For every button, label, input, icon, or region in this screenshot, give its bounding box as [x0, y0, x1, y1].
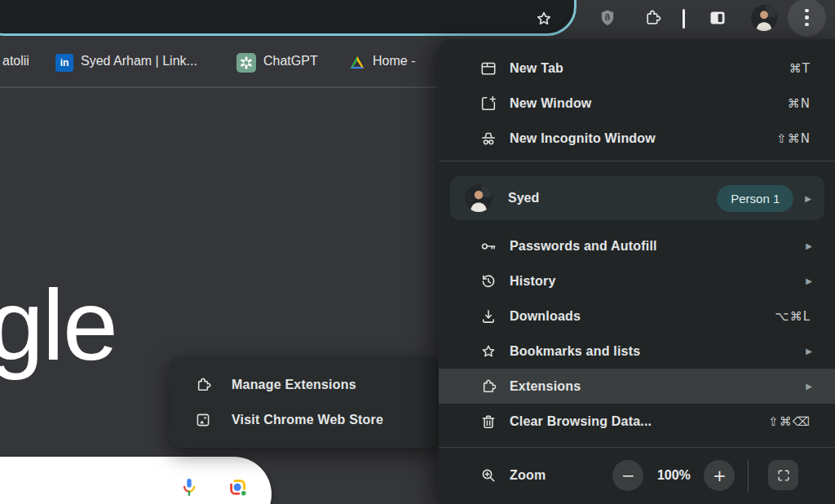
- browser-toolbar: [0, 0, 835, 38]
- menu-item-label: Extensions: [510, 379, 581, 394]
- menu-shortcut: ⇧⌘⌫: [768, 414, 811, 429]
- menu-item-label: Visit Chrome Web Store: [232, 413, 383, 427]
- menu-item-label: New Window: [510, 96, 592, 111]
- menu-shortcut: ⌘T: [789, 61, 811, 76]
- kebab-menu-button[interactable]: [788, 0, 826, 37]
- linkedin-favicon[interactable]: in: [55, 54, 73, 72]
- extensions-submenu: Manage Extensions Visit Chrome Web Store: [170, 356, 439, 448]
- download-icon: [479, 307, 497, 325]
- toolbar-divider: [683, 9, 685, 29]
- menu-item-zoom: Zoom − 100% +: [439, 458, 835, 493]
- bookmark-item[interactable]: Home -: [373, 54, 415, 69]
- profile-name: Syed: [508, 191, 539, 206]
- profile-row[interactable]: Syed Person 1 ▶: [450, 176, 824, 220]
- profile-badge: Person 1: [717, 185, 793, 212]
- menu-shortcut: ⌘N: [788, 96, 811, 111]
- bookmark-star-icon[interactable]: [534, 9, 554, 29]
- bookmark-item[interactable]: Syed Arham | Link...: [81, 54, 197, 69]
- submenu-arrow-icon: ▶: [806, 347, 812, 356]
- kebab-dot: [805, 23, 809, 27]
- puzzle-icon: [194, 376, 212, 394]
- menu-item-label: Passwords and Autofill: [510, 239, 657, 254]
- menu-item-label: Clear Browsing Data...: [510, 414, 652, 429]
- kebab-dot: [805, 15, 809, 20]
- kebab-dot: [805, 9, 809, 13]
- mic-icon[interactable]: [178, 476, 201, 499]
- submenu-arrow-icon: ▶: [806, 382, 812, 391]
- google-drive-favicon[interactable]: [347, 53, 367, 73]
- menu-item-manage-extensions[interactable]: Manage Extensions: [170, 367, 439, 402]
- menu-separator: [439, 447, 835, 448]
- menu-item-passwords-autofill[interactable]: Passwords and Autofill ▶: [439, 228, 835, 263]
- web-store-icon: [194, 411, 212, 429]
- history-icon: [479, 272, 497, 290]
- address-bar[interactable]: [0, 0, 577, 36]
- menu-item-label: Bookmarks and lists: [510, 344, 640, 359]
- menu-shortcut: ⌥⌘L: [775, 309, 811, 324]
- google-logo-fragment: gle: [0, 276, 117, 375]
- submenu-arrow-icon: ▶: [806, 241, 812, 250]
- menu-shortcut: ⇧⌘N: [776, 131, 811, 146]
- browser-window: atolii in Syed Arham | Link... ChatGPT: [0, 0, 835, 504]
- new-tab-icon: [479, 60, 497, 77]
- google-search-bar[interactable]: [0, 457, 272, 504]
- puzzle-icon: [479, 378, 497, 396]
- menu-item-history[interactable]: History ▶: [439, 263, 835, 298]
- fullscreen-icon: [775, 467, 792, 484]
- extensions-puzzle-icon[interactable]: [643, 8, 662, 28]
- chrome-main-menu: New Tab ⌘T New Window ⌘N New Incognito W…: [439, 39, 835, 504]
- menu-item-new-window[interactable]: New Window ⌘N: [439, 86, 835, 121]
- menu-item-label: Downloads: [510, 309, 581, 324]
- menu-item-downloads[interactable]: Downloads ⌥⌘L: [439, 298, 835, 334]
- menu-item-label: Manage Extensions: [232, 378, 356, 392]
- fullscreen-button[interactable]: [768, 460, 798, 490]
- zoom-in-icon: [479, 466, 497, 484]
- menu-item-new-incognito-window[interactable]: New Incognito Window ⇧⌘N: [439, 121, 835, 156]
- menu-item-new-tab[interactable]: New Tab ⌘T: [439, 51, 835, 86]
- star-icon: [479, 343, 497, 360]
- bookmark-item[interactable]: ChatGPT: [263, 54, 318, 69]
- zoom-level: 100%: [643, 468, 704, 483]
- menu-item-label: History: [510, 274, 556, 289]
- incognito-icon: [479, 130, 497, 148]
- trash-icon: [479, 413, 497, 431]
- zoom-label: Zoom: [510, 468, 546, 483]
- lens-icon[interactable]: [227, 476, 250, 499]
- side-panel-icon[interactable]: [708, 8, 727, 28]
- zoom-in-button[interactable]: +: [704, 460, 735, 491]
- menu-item-extensions[interactable]: Extensions ▶: [439, 369, 835, 404]
- zoom-out-button[interactable]: −: [612, 460, 643, 491]
- menu-item-label: New Incognito Window: [510, 131, 656, 146]
- submenu-arrow-icon: ▶: [806, 276, 812, 285]
- zoom-divider: [748, 459, 749, 492]
- chatgpt-favicon[interactable]: [236, 53, 256, 73]
- menu-separator: [439, 161, 835, 161]
- menu-item-bookmarks-lists[interactable]: Bookmarks and lists ▶: [439, 334, 835, 369]
- profile-avatar-small: [465, 184, 493, 212]
- shield-lock-extension-icon[interactable]: [598, 8, 617, 28]
- menu-item-label: New Tab: [510, 61, 563, 76]
- menu-item-clear-browsing-data[interactable]: Clear Browsing Data... ⇧⌘⌫: [439, 404, 835, 439]
- bookmark-item[interactable]: atolii: [2, 54, 29, 69]
- submenu-arrow-icon: ▶: [805, 194, 811, 203]
- key-icon: [479, 237, 497, 255]
- profile-avatar[interactable]: [751, 5, 777, 31]
- menu-item-visit-web-store[interactable]: Visit Chrome Web Store: [170, 402, 439, 437]
- new-window-icon: [479, 95, 497, 113]
